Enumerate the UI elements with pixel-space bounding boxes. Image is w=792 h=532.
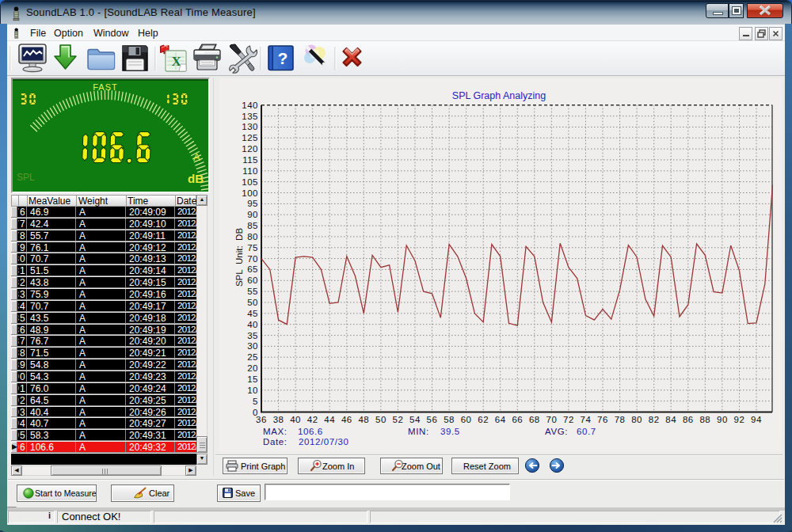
svg-text:60: 60 [247, 276, 258, 285]
svg-text:60: 60 [461, 415, 472, 424]
svg-text:90: 90 [717, 415, 728, 424]
svg-text:92: 92 [734, 415, 745, 424]
svg-text:Date:: Date: [263, 437, 287, 446]
svg-text:82: 82 [649, 415, 660, 424]
svg-text:42: 42 [307, 415, 318, 424]
svg-text:SPL: SPL [17, 172, 35, 183]
svg-text:135: 135 [242, 112, 258, 121]
svg-text:70: 70 [546, 415, 558, 424]
svg-text:5: 5 [253, 397, 258, 406]
svg-text:62: 62 [478, 415, 489, 424]
svg-text:50: 50 [375, 415, 386, 424]
svg-text:70: 70 [247, 254, 258, 264]
svg-text:85: 85 [247, 221, 258, 230]
svg-text:100: 100 [242, 188, 258, 198]
svg-text:MIN:: MIN: [408, 427, 429, 436]
svg-text:105: 105 [242, 177, 258, 187]
svg-text:80: 80 [247, 232, 258, 241]
svg-text:40: 40 [247, 320, 258, 329]
svg-text:52: 52 [393, 415, 404, 424]
svg-text:58: 58 [444, 415, 455, 424]
svg-text:120: 120 [242, 144, 258, 154]
svg-text:A: A [193, 151, 200, 163]
svg-text:40: 40 [290, 415, 301, 424]
svg-text:MAX:: MAX: [263, 427, 287, 436]
svg-text:36: 36 [256, 415, 267, 424]
svg-text:66: 66 [512, 415, 523, 424]
svg-text:65: 65 [247, 264, 258, 274]
svg-text:25: 25 [247, 352, 258, 362]
svg-text:45: 45 [247, 309, 258, 318]
svg-text:110: 110 [242, 166, 258, 176]
svg-text:60.7: 60.7 [577, 427, 596, 436]
svg-text:46: 46 [341, 415, 352, 424]
svg-text:AVG:: AVG: [545, 427, 568, 436]
svg-text:50: 50 [247, 298, 258, 307]
svg-text:64: 64 [495, 415, 506, 424]
svg-text:84: 84 [665, 415, 676, 424]
svg-text:48: 48 [358, 415, 369, 424]
svg-text:15: 15 [247, 374, 258, 384]
svg-text:130: 130 [242, 122, 258, 131]
svg-text:54: 54 [409, 415, 421, 424]
svg-text:SPL Graph Analyzing: SPL Graph Analyzing [452, 90, 546, 101]
svg-text:55: 55 [247, 287, 258, 296]
svg-text:90: 90 [247, 210, 258, 219]
svg-text:10: 10 [247, 386, 258, 395]
svg-text:75: 75 [247, 243, 258, 253]
svg-text:78: 78 [615, 415, 626, 424]
svg-text:106.6: 106.6 [298, 427, 323, 436]
svg-text:95: 95 [247, 199, 258, 208]
svg-text:80: 80 [631, 415, 642, 424]
svg-text:140: 140 [242, 101, 258, 110]
svg-text:30: 30 [247, 341, 258, 351]
svg-text:56: 56 [427, 415, 438, 424]
svg-text:86: 86 [683, 415, 694, 424]
svg-text:39.5: 39.5 [440, 427, 460, 436]
svg-text:88: 88 [699, 415, 710, 424]
svg-text:20: 20 [247, 363, 258, 373]
svg-text:74: 74 [581, 415, 592, 424]
svg-text:35: 35 [247, 331, 258, 340]
svg-text:?: ? [278, 49, 288, 67]
svg-text:FAST: FAST [93, 82, 118, 92]
svg-text:dB: dB [188, 172, 204, 185]
svg-text:SPL Unit: DB: SPL Unit: DB [234, 228, 244, 287]
svg-text:115: 115 [242, 155, 258, 165]
svg-text:68: 68 [529, 415, 540, 424]
svg-text:125: 125 [242, 133, 258, 142]
svg-text:72: 72 [563, 415, 574, 424]
svg-text:94: 94 [751, 415, 762, 424]
svg-text:38: 38 [273, 415, 284, 424]
svg-text:76: 76 [597, 415, 608, 424]
svg-text:44: 44 [324, 415, 335, 424]
svg-text:2012/07/30: 2012/07/30 [299, 437, 349, 446]
